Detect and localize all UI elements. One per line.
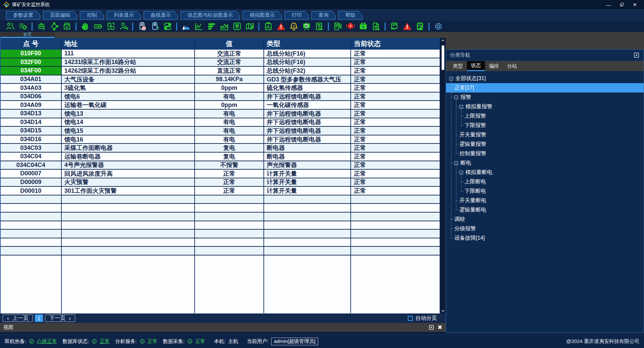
easel-clock-icon[interactable] — [301, 21, 312, 32]
table-row[interactable]: 034A01大气压设备98.14KPaGD3 型多参数传感器大气压正常 — [1, 75, 440, 84]
tree-expand-box[interactable]: - — [459, 171, 463, 174]
scroll-down-icon[interactable] — [440, 308, 446, 313]
tab-home[interactable]: 首页 — [1, 32, 54, 38]
menu-button[interactable]: 查询 — [311, 11, 336, 20]
table-row[interactable]: 034C03采煤工作面断电器复电断电器正常 — [1, 144, 440, 153]
menu-button[interactable]: 曲线显示 — [144, 11, 178, 20]
users-icon[interactable] — [5, 21, 15, 32]
tree-expand-box[interactable]: - — [459, 105, 463, 109]
tree-item[interactable]: 逻辑量断电 — [446, 205, 644, 215]
tree-item[interactable]: 正常[17] — [446, 83, 644, 93]
sidebar-tab-item[interactable]: 编排 — [485, 61, 503, 71]
list-settings-icon[interactable] — [17, 21, 28, 32]
panel-expand-icon[interactable] — [633, 52, 640, 58]
tree-item[interactable]: 调校 — [446, 215, 644, 224]
restore-panel-icon[interactable] — [429, 325, 434, 330]
tree-item[interactable]: 分级报警 — [446, 224, 644, 233]
menu-button[interactable]: 参数设置 — [6, 11, 40, 20]
person-key-icon[interactable] — [118, 21, 129, 32]
prev-page-button[interactable]: ‹ 上一页 — [3, 314, 33, 322]
tree-item[interactable]: 开关量报警 — [446, 130, 644, 139]
tree-item[interactable]: 上限断电 — [446, 177, 644, 186]
settings-gear-icon[interactable] — [433, 21, 444, 32]
menu-button[interactable]: 帮助 — [338, 11, 362, 20]
table-row[interactable]: 034C04运输巷断电器复电断电器正常 — [1, 153, 440, 161]
table-row[interactable]: 034D15馈电15有电井下远程馈电断电器正常 — [1, 127, 440, 135]
menu-button[interactable]: 页面编辑 — [43, 11, 77, 20]
menu-button[interactable]: 打印 — [285, 11, 309, 20]
sidebar-tab-item[interactable]: 分站 — [503, 61, 521, 71]
tree-item[interactable]: -断电 — [446, 158, 644, 168]
server-pulse-icon[interactable] — [389, 21, 400, 32]
tree-item[interactable]: 开关量断电 — [446, 196, 644, 205]
menu-button[interactable]: 模拟图显示 — [243, 11, 282, 20]
current-page-indicator[interactable]: 1 — [35, 314, 43, 322]
table-row[interactable]: 034D06馈电6有电井下远程馈电断电器正常 — [1, 93, 440, 101]
meter-offline-icon[interactable] — [137, 21, 147, 32]
table-row[interactable] — [1, 204, 440, 213]
tree-item[interactable]: -模拟量报警 — [446, 102, 644, 111]
toggles-icon[interactable] — [162, 21, 173, 32]
bell-lightning-icon[interactable] — [288, 21, 299, 32]
table-row[interactable] — [1, 221, 440, 230]
tree-item[interactable]: 设备故障[14] — [446, 233, 644, 243]
tree-item[interactable]: 上限报警 — [446, 111, 644, 121]
menu-button[interactable]: 状态图与柱状图显示 — [181, 11, 240, 20]
battery-bolt-icon[interactable] — [358, 21, 368, 32]
vertical-scrollbar[interactable] — [440, 38, 446, 313]
minimize-button[interactable]: — — [606, 2, 611, 8]
area-chart-icon[interactable] — [219, 21, 230, 32]
restore-button[interactable] — [620, 2, 624, 7]
status-value[interactable]: 正常 — [100, 338, 110, 345]
alarm-bell-icon[interactable] — [345, 21, 356, 32]
tree-expand-box[interactable]: - — [449, 77, 453, 80]
tree-expand-box[interactable]: - — [454, 161, 458, 165]
table-row[interactable]: 034A09运输巷一氧化碳0ppm一氧化碳传感器正常 — [1, 101, 440, 110]
scrollbar-thumb[interactable] — [442, 45, 444, 70]
table-row[interactable] — [1, 213, 440, 221]
table-row[interactable]: 034D16馈电16有电井下远程馈电断电器正常 — [1, 135, 440, 144]
network-diamond-icon[interactable] — [49, 21, 59, 32]
doc-gears-icon[interactable] — [332, 21, 343, 32]
auto-paging-checkbox[interactable] — [408, 316, 413, 321]
tree-item[interactable]: -报警 — [446, 93, 644, 102]
next-page-button[interactable]: 下一页 › — [45, 314, 75, 322]
tree-expand-box[interactable]: - — [454, 96, 458, 99]
status-value[interactable]: 心跳正常 — [37, 338, 57, 345]
robot-icon[interactable] — [36, 21, 47, 32]
table-row[interactable]: 032F0014231综采工作面16路分站交流正常总线分站(F16)正常 — [1, 58, 440, 67]
table-row[interactable] — [1, 195, 440, 204]
table-row[interactable]: 010F00111交流正常总线分站(F16)正常 — [1, 50, 440, 58]
table-row[interactable]: 034A033硫化氢0ppm硫化氢传感器正常 — [1, 84, 440, 93]
branch-tag-icon[interactable] — [414, 21, 425, 32]
tree-item[interactable]: 控制量报警 — [446, 149, 644, 158]
report-search-icon[interactable] — [314, 21, 325, 32]
table-row[interactable]: D00007回风进风浓度升高正常计算开关量正常 — [1, 170, 440, 178]
box-check-icon[interactable] — [61, 21, 72, 32]
table-row[interactable]: 034D14馈电14有电井下远程馈电断电器正常 — [1, 118, 440, 127]
tree-item[interactable]: 逻辑量报警 — [446, 139, 644, 149]
table-row[interactable]: D00009火灾预警正常计算开关量正常 — [1, 178, 440, 187]
warning-triangle-icon[interactable] — [402, 21, 412, 32]
sidebar-tab-active[interactable]: 状态 — [467, 61, 485, 71]
close-button[interactable]: × — [633, 1, 637, 8]
table-row[interactable] — [1, 247, 440, 255]
clipboard-chart-icon[interactable] — [263, 21, 274, 32]
hand-stop-icon[interactable] — [80, 21, 91, 32]
table-row[interactable] — [1, 230, 440, 238]
menu-button[interactable]: 列表显示 — [107, 11, 141, 20]
menu-button[interactable]: 控制 — [80, 11, 104, 20]
table-row[interactable] — [1, 238, 440, 247]
doc-search-icon[interactable] — [370, 21, 381, 32]
table-row[interactable]: 034D13馈电13有电井下远程馈电断电器正常 — [1, 110, 440, 118]
table-row[interactable]: 034C04C44号声光报警器不报警声光报警器正常 — [1, 161, 440, 170]
scroll-up-icon[interactable] — [440, 38, 446, 43]
peaks-chart-icon[interactable] — [181, 21, 191, 32]
tree-item[interactable]: -全部状态[31] — [446, 74, 644, 83]
tree-item[interactable]: -模拟量断电 — [446, 168, 644, 177]
map-edit-icon[interactable] — [244, 21, 255, 32]
table-row[interactable]: 034F0014262综采工作面32路分站直流正常总线分站(F32)正常 — [1, 67, 440, 75]
meter-online-icon[interactable] — [149, 21, 160, 32]
swap-pages-icon[interactable] — [105, 21, 116, 32]
battery-edit-icon[interactable] — [93, 21, 103, 32]
